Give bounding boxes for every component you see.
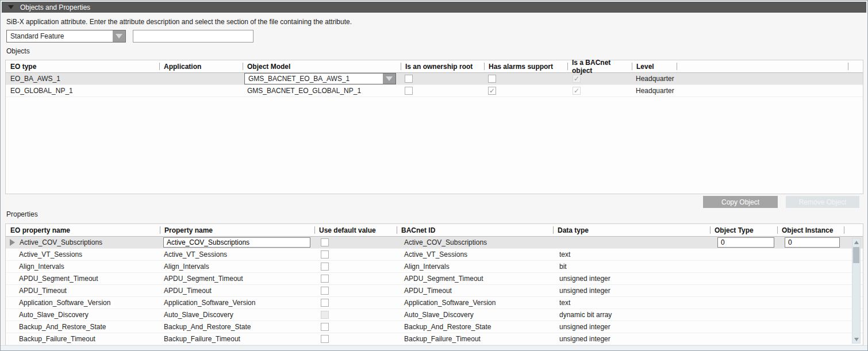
expand-icon[interactable] bbox=[10, 239, 15, 246]
col-header-eo-property-name[interactable]: EO property name bbox=[6, 224, 160, 236]
col-header-eo-type[interactable]: EO type bbox=[6, 60, 159, 72]
col-header-data-type[interactable]: Data type bbox=[553, 224, 710, 236]
object-model-cell[interactable]: GMS_BACNET_EO_GLOBAL_NP_1 bbox=[243, 85, 401, 97]
eo-type-cell[interactable]: EO_BA_AWS_1 bbox=[6, 73, 159, 84]
use-default-value-checkbox[interactable] bbox=[321, 238, 329, 246]
property-row[interactable]: APDU_Segment_Timeout APDU_Segment_Timeou… bbox=[6, 273, 863, 285]
ownership-root-checkbox[interactable] bbox=[405, 75, 413, 83]
eo-type-cell[interactable]: EO_GLOBAL_NP_1 bbox=[6, 85, 159, 97]
property-row[interactable]: Auto_Slave_Discovery Auto_Slave_Discover… bbox=[6, 309, 863, 321]
object-model-cell[interactable]: GMS_BACNET_EO_BA_AWS_1 bbox=[243, 73, 401, 84]
chevron-down-icon[interactable] bbox=[113, 30, 125, 42]
attribute-description-input[interactable] bbox=[133, 30, 254, 43]
object-row[interactable]: EO_BA_AWS_1 GMS_BACNET_EO_BA_AWS_1 Headq… bbox=[6, 73, 863, 85]
property-name-cell[interactable]: Backup_Failure_Timeout bbox=[160, 333, 314, 345]
property-name-cell[interactable]: Active_VT_Sessions bbox=[160, 249, 314, 260]
property-row[interactable]: Application_Software_Version Application… bbox=[6, 297, 863, 309]
alarms-support-checkbox[interactable] bbox=[488, 87, 496, 95]
object-type-cell[interactable] bbox=[710, 309, 777, 321]
property-row[interactable]: Active_COV_Subscriptions Active_COV_Subs… bbox=[6, 237, 863, 249]
use-default-value-checkbox[interactable] bbox=[321, 311, 329, 319]
use-default-value-checkbox[interactable] bbox=[321, 263, 329, 271]
col-header-is-ownership-root[interactable]: Is an ownership root bbox=[401, 60, 484, 72]
application-cell[interactable] bbox=[159, 73, 243, 84]
property-name-cell[interactable]: Auto_Slave_Discovery bbox=[160, 309, 314, 321]
property-row[interactable]: Backup_Failure_Timeout Backup_Failure_Ti… bbox=[6, 333, 863, 345]
property-name-cell[interactable] bbox=[160, 237, 314, 248]
scrollbar[interactable] bbox=[852, 238, 861, 344]
eo-property-name-cell[interactable]: Application_Software_Version bbox=[6, 297, 160, 308]
property-name-cell[interactable]: Application_Software_Version bbox=[160, 297, 314, 308]
scroll-up-icon[interactable] bbox=[852, 238, 860, 246]
application-cell[interactable] bbox=[159, 85, 243, 97]
property-name-input[interactable] bbox=[163, 237, 310, 248]
object-type-cell[interactable] bbox=[710, 321, 777, 333]
property-name-cell[interactable]: Align_Intervals bbox=[160, 261, 314, 272]
ownership-root-checkbox[interactable] bbox=[405, 87, 413, 95]
instruction-text: SiB-X application attribute. Enter the a… bbox=[6, 18, 352, 26]
object-type-cell[interactable] bbox=[710, 261, 777, 272]
object-type-input[interactable] bbox=[717, 237, 774, 248]
col-header-property-name[interactable]: Property name bbox=[160, 224, 314, 236]
property-row[interactable]: Backup_And_Restore_State Backup_And_Rest… bbox=[6, 321, 863, 333]
object-type-cell[interactable] bbox=[710, 333, 777, 345]
object-instance-cell[interactable] bbox=[777, 237, 844, 248]
property-name-cell[interactable]: Backup_And_Restore_State bbox=[160, 321, 314, 333]
alarms-support-checkbox[interactable] bbox=[488, 75, 496, 83]
eo-property-name-cell[interactable]: Align_Intervals bbox=[6, 261, 160, 272]
eo-property-name-cell[interactable]: Active_VT_Sessions bbox=[6, 249, 160, 260]
property-name-cell[interactable]: APDU_Timeout bbox=[160, 285, 314, 296]
property-name-cell[interactable]: APDU_Segment_Timeout bbox=[160, 273, 314, 284]
objects-table-header: EO type Application Object Model Is an o… bbox=[6, 60, 863, 73]
object-type-cell[interactable] bbox=[710, 237, 777, 248]
col-header-bacnet-id[interactable]: BACnet ID bbox=[397, 224, 553, 236]
object-type-cell[interactable] bbox=[710, 297, 777, 308]
col-header-application[interactable]: Application bbox=[159, 60, 243, 72]
object-instance-cell[interactable] bbox=[777, 297, 844, 308]
col-header-object-instance[interactable]: Object Instance bbox=[777, 224, 844, 236]
copy-object-button[interactable]: Copy Object bbox=[703, 196, 778, 208]
collapse-icon[interactable] bbox=[8, 5, 14, 9]
panel-titlebar[interactable]: Objects and Properties bbox=[2, 2, 866, 13]
eo-property-name-cell[interactable]: Backup_Failure_Timeout bbox=[6, 333, 160, 345]
chevron-down-icon[interactable] bbox=[383, 74, 395, 84]
object-instance-cell[interactable] bbox=[777, 273, 844, 284]
property-row[interactable]: APDU_Timeout APDU_Timeout APDU_Timeout u… bbox=[6, 285, 863, 297]
eo-property-name-cell[interactable]: Auto_Slave_Discovery bbox=[6, 309, 160, 321]
object-type-cell[interactable] bbox=[710, 285, 777, 296]
col-header-is-bacnet-object[interactable]: Is a BACnet object bbox=[567, 60, 632, 72]
property-row[interactable]: Align_Intervals Align_Intervals Align_In… bbox=[6, 261, 863, 273]
col-header-object-type[interactable]: Object Type bbox=[710, 224, 777, 236]
scroll-down-icon[interactable] bbox=[852, 335, 860, 343]
object-type-cell[interactable] bbox=[710, 273, 777, 284]
use-default-value-checkbox[interactable] bbox=[321, 299, 329, 307]
scrollbar-thumb[interactable] bbox=[853, 247, 859, 263]
object-type-cell[interactable] bbox=[710, 249, 777, 260]
eo-property-name-cell[interactable]: Active_COV_Subscriptions bbox=[6, 237, 160, 248]
use-default-value-checkbox[interactable] bbox=[321, 287, 329, 295]
eo-property-name-cell[interactable]: APDU_Segment_Timeout bbox=[6, 273, 160, 284]
use-default-value-checkbox[interactable] bbox=[321, 323, 329, 331]
object-model-select[interactable]: GMS_BACNET_EO_BA_AWS_1 bbox=[244, 73, 396, 84]
eo-property-name-text: Backup_Failure_Timeout bbox=[19, 335, 95, 343]
col-header-has-alarms-support[interactable]: Has alarms support bbox=[484, 60, 567, 72]
object-instance-cell[interactable] bbox=[777, 309, 844, 321]
object-row[interactable]: EO_GLOBAL_NP_1 GMS_BACNET_EO_GLOBAL_NP_1… bbox=[6, 85, 863, 97]
object-instance-cell[interactable] bbox=[777, 261, 844, 272]
object-instance-cell[interactable] bbox=[777, 321, 844, 333]
col-header-object-model[interactable]: Object Model bbox=[243, 60, 401, 72]
use-default-value-checkbox[interactable] bbox=[321, 335, 329, 343]
eo-property-name-cell[interactable]: Backup_And_Restore_State bbox=[6, 321, 160, 333]
use-default-value-checkbox[interactable] bbox=[321, 275, 329, 283]
object-instance-cell[interactable] bbox=[777, 249, 844, 260]
col-header-level[interactable]: Level bbox=[632, 60, 677, 72]
eo-property-name-cell[interactable]: APDU_Timeout bbox=[6, 285, 160, 296]
object-instance-input[interactable] bbox=[785, 237, 840, 248]
eo-property-name-text: Align_Intervals bbox=[19, 263, 64, 271]
object-instance-cell[interactable] bbox=[777, 285, 844, 296]
property-row[interactable]: Active_VT_Sessions Active_VT_Sessions Ac… bbox=[6, 249, 863, 261]
use-default-value-checkbox[interactable] bbox=[321, 250, 329, 259]
col-header-use-default-value[interactable]: Use default value bbox=[314, 224, 397, 236]
object-instance-cell[interactable] bbox=[777, 333, 844, 345]
section-select[interactable]: Standard Feature bbox=[6, 30, 126, 43]
